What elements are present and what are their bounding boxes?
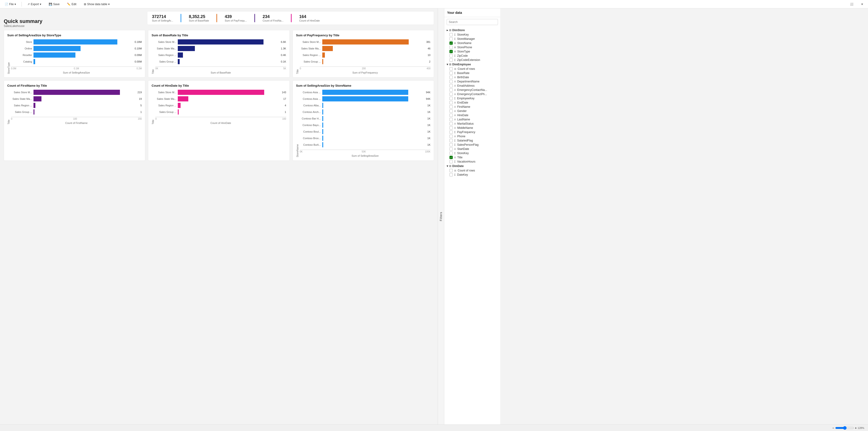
item-label-1-13: MaritalStatus: [457, 122, 473, 125]
sidebar-item-1-15[interactable]: Σ PayFrequency: [446, 130, 500, 134]
sidebar-item-1-2[interactable]: A BirthDate: [446, 75, 500, 80]
sidebar-item-2-0[interactable]: ⊞ Count of rows: [446, 168, 500, 173]
sidebar-item-partial-0-3[interactable]: A StorePhone: [446, 45, 500, 50]
save-button[interactable]: 💾 Save: [47, 2, 61, 7]
checkbox-1-2[interactable]: [450, 76, 453, 79]
item-label-1-1: BaseRate: [457, 71, 470, 75]
sidebar-item-2-1[interactable]: Σ DateKey: [446, 173, 500, 177]
checkbox-1-3[interactable]: [450, 80, 453, 83]
close-button[interactable]: ✕: [859, 2, 865, 7]
checkbox-1-15[interactable]: [450, 130, 453, 134]
kpi-label-0: Sum of SellingAr...: [152, 19, 173, 22]
sidebar-item-1-1[interactable]: Σ BaseRate: [446, 71, 500, 75]
tree-group-header-2[interactable]: ▾ ⊞ DimDate: [444, 164, 500, 168]
bar-fill-2-0: [322, 39, 409, 44]
tree-children-2: ⊞ Count of rows Σ DateKey: [444, 168, 500, 177]
checkbox-1-16[interactable]: [450, 135, 453, 138]
sidebar-item-partial-0-2[interactable]: ✓ A StoreName: [446, 41, 500, 45]
bar-row-1-1: Sales State Ma... 1.3K: [155, 46, 286, 51]
bar-fill-4-0: [178, 90, 264, 95]
tree-group-header-0[interactable]: ▸ ⊞ DimStore: [444, 28, 500, 33]
kpi-divider-3: [254, 14, 255, 22]
checkbox-1-4[interactable]: [450, 84, 453, 87]
zoom-in-button[interactable]: +: [855, 426, 857, 430]
sidebar-item-1-21[interactable]: ✓ A Title: [446, 155, 500, 159]
x-axis-label-0: Sum of SellingAreaSize: [11, 71, 142, 74]
tree-group-header-1[interactable]: ▾ ⊞ DimEmployee: [444, 62, 500, 67]
checkbox-1-18[interactable]: [450, 143, 453, 146]
checkbox-1-0[interactable]: [450, 67, 453, 70]
bar-value-4-3: 1: [285, 111, 286, 113]
sidebar-item-partial-0-4[interactable]: ✓ A StoreType: [446, 50, 500, 54]
cb-p-0-0[interactable]: [450, 33, 453, 36]
sidebar-item-1-0[interactable]: ⊞ Count of rows: [446, 67, 500, 71]
cb-p-0-1[interactable]: [450, 37, 453, 40]
type-p-0-3: A: [454, 46, 456, 49]
sidebar-item-1-18[interactable]: Σ SalesPersonFlag: [446, 143, 500, 147]
kpi-value-0: 372714: [152, 14, 173, 19]
checkbox-1-21[interactable]: ✓: [450, 156, 453, 159]
checkbox-1-17[interactable]: [450, 139, 453, 142]
sidebar-item-1-17[interactable]: Σ SalariedFlag: [446, 138, 500, 143]
checkbox-2-1[interactable]: [450, 173, 453, 176]
sidebar-item-1-4[interactable]: A EmailAddress: [446, 84, 500, 88]
sidebar-item-1-7[interactable]: Σ EmployeeKey: [446, 96, 500, 100]
checkbox-1-13[interactable]: [450, 122, 453, 125]
checkbox-1-1[interactable]: [450, 71, 453, 75]
bar-row-5-0: Contoso Asia ... 94K: [300, 90, 431, 95]
sidebar-item-1-8[interactable]: A EndDate: [446, 100, 500, 105]
sidebar-item-1-13[interactable]: A MaritalStatus: [446, 122, 500, 126]
filters-tab[interactable]: Filters: [438, 8, 444, 425]
sidebar-item-1-16[interactable]: A Phone: [446, 134, 500, 138]
sidebar-item-1-10[interactable]: A Gender: [446, 109, 500, 113]
checkbox-1-19[interactable]: [450, 147, 453, 151]
sidebar-item-partial-0-6[interactable]: Σ ZipCodeExtension: [446, 58, 500, 62]
bar-container-0-1: [33, 46, 132, 51]
checkbox-1-5[interactable]: [450, 88, 453, 92]
sidebar-item-partial-0-0[interactable]: Σ StoreKey: [446, 33, 500, 37]
checkbox-1-11[interactable]: [450, 114, 453, 117]
sidebar-item-1-5[interactable]: A EmergencyContactNa...: [446, 88, 500, 92]
x-axis-label-1: Sum of BaseRate: [155, 71, 286, 74]
checkbox-1-9[interactable]: [450, 105, 453, 109]
cb-p-0-3[interactable]: [450, 46, 453, 49]
checkbox-1-14[interactable]: [450, 126, 453, 129]
checkbox-1-8[interactable]: [450, 101, 453, 104]
checkbox-1-22[interactable]: [450, 160, 453, 163]
sidebar-item-partial-0-1[interactable]: Σ StoreManager: [446, 37, 500, 41]
checkbox-1-6[interactable]: [450, 93, 453, 96]
sidebar-item-1-14[interactable]: A MiddleName: [446, 126, 500, 130]
show-data-table-button[interactable]: ⊞ Show data table ▾: [82, 2, 112, 7]
checkbox-2-0[interactable]: [450, 169, 453, 172]
bar-container-1-0: [178, 39, 278, 44]
sidebar-item-1-11[interactable]: A HireDate: [446, 113, 500, 117]
cb-p-0-5[interactable]: [450, 54, 453, 57]
cb-p-0-2[interactable]: ✓: [450, 41, 453, 45]
sidebar-item-1-3[interactable]: A DepartmentName: [446, 80, 500, 84]
checkbox-1-7[interactable]: [450, 97, 453, 100]
edit-button[interactable]: ✏️ Edit: [65, 2, 78, 7]
sidebar-item-1-19[interactable]: A StartDate: [446, 147, 500, 151]
zoom-out-button[interactable]: −: [832, 426, 834, 430]
zoom-control: − + 128%: [832, 426, 864, 430]
checkbox-1-10[interactable]: [450, 110, 453, 113]
window-button[interactable]: ⬜: [848, 2, 855, 7]
sidebar-item-1-20[interactable]: Σ StoreKey: [446, 151, 500, 155]
search-input[interactable]: [447, 19, 498, 25]
cb-p-0-6[interactable]: [450, 58, 453, 62]
kpi-items: 372714 Sum of SellingAr... 8,352.25 Sum …: [152, 14, 320, 22]
file-button[interactable]: 📄 File ▾: [3, 2, 18, 7]
bar-label-5-0: Contoso Asia ...: [300, 91, 321, 94]
checkbox-1-20[interactable]: [450, 152, 453, 155]
checkbox-1-12[interactable]: [450, 118, 453, 121]
sidebar-item-1-6[interactable]: A EmergencyContactPh...: [446, 92, 500, 96]
sidebar-item-partial-0-5[interactable]: Σ ZipCode: [446, 54, 500, 58]
sidebar-item-1-12[interactable]: A LastName: [446, 117, 500, 122]
cb-p-0-4[interactable]: ✓: [450, 50, 453, 53]
export-button[interactable]: ↗ Export ▾: [26, 2, 43, 7]
lbl-p-0-3: StorePhone: [457, 46, 472, 49]
zoom-slider[interactable]: [835, 426, 854, 430]
tree-group-2: ▾ ⊞ DimDate ⊞ Count of rows Σ DateKey: [444, 164, 500, 177]
sidebar-item-1-9[interactable]: A FirstName: [446, 105, 500, 109]
sidebar-item-1-22[interactable]: Σ VacationHours: [446, 159, 500, 164]
